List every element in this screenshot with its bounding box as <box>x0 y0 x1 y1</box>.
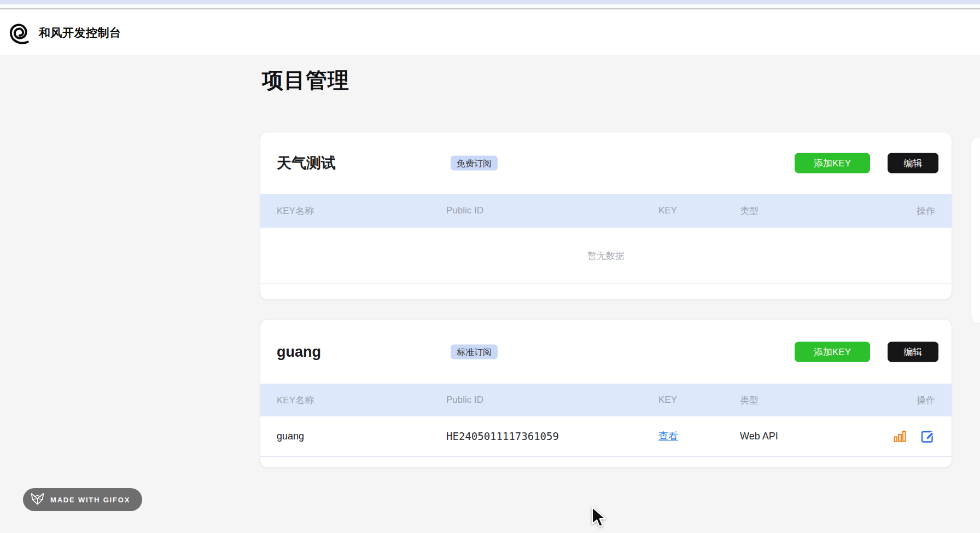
app-header: 和风开发控制台 <box>0 10 980 55</box>
column-header-public-id: Public ID <box>446 205 658 216</box>
browser-toolbar-strip <box>0 4 980 9</box>
column-header-key-name: KEY名称 <box>277 205 446 217</box>
made-with-gifox-badge[interactable]: MADE WITH GIFOX <box>23 488 142 511</box>
column-header-key: KEY <box>658 395 740 405</box>
key-table-header: KEY名称 Public ID KEY 类型 操作 <box>260 194 952 228</box>
add-key-button[interactable]: 添加KEY <box>795 153 870 173</box>
column-header-key-name: KEY名称 <box>277 394 446 407</box>
column-header-actions: 操作 <box>849 205 935 217</box>
column-header-key: KEY <box>658 205 740 216</box>
column-header-type: 类型 <box>740 205 849 217</box>
view-key-link[interactable]: 查看 <box>658 431 678 442</box>
app-title: 和风开发控制台 <box>39 25 121 40</box>
column-header-public-id: Public ID <box>446 395 658 405</box>
gifox-badge-label: MADE WITH GIFOX <box>50 496 130 504</box>
qweather-swirl-logo-icon[interactable] <box>7 21 30 44</box>
table-row: guang HE2405011117361059 查看 Web API <box>260 416 952 456</box>
gifox-fox-icon <box>30 493 45 507</box>
edit-key-icon[interactable] <box>920 428 935 444</box>
card-footer <box>260 283 952 300</box>
empty-state-text: 暂无数据 <box>260 228 952 283</box>
card-footer <box>260 456 952 468</box>
edit-project-button[interactable]: 编辑 <box>888 341 938 362</box>
column-header-type: 类型 <box>740 394 849 407</box>
mouse-cursor <box>591 506 606 530</box>
browser-top-strip <box>0 0 980 4</box>
project-card-header: guang 标准订阅 添加KEY 编辑 <box>260 320 952 384</box>
project-card-header: 天气测试 免费订阅 添加KEY 编辑 <box>260 132 952 194</box>
project-card-guang: guang 标准订阅 添加KEY 编辑 KEY名称 Public ID KEY … <box>260 319 952 468</box>
key-name-cell: guang <box>277 431 446 442</box>
project-name: 天气测试 <box>277 153 336 173</box>
edit-project-button[interactable]: 编辑 <box>888 153 938 173</box>
stats-bar-chart-icon[interactable] <box>892 428 908 444</box>
project-name: guang <box>277 343 321 360</box>
key-type-cell: Web API <box>740 431 849 442</box>
public-id-cell: HE2405011117361059 <box>446 430 658 442</box>
subscription-badge: 免费订阅 <box>451 156 498 171</box>
column-header-actions: 操作 <box>849 394 935 407</box>
page-title: 项目管理 <box>262 66 349 95</box>
subscription-badge: 标准订阅 <box>451 344 498 359</box>
key-table-header: KEY名称 Public ID KEY 类型 操作 <box>260 384 952 416</box>
project-card-tianqiceshi: 天气测试 免费订阅 添加KEY 编辑 KEY名称 Public ID KEY 类… <box>260 132 952 300</box>
partial-card-right-edge <box>971 137 980 324</box>
add-key-button[interactable]: 添加KEY <box>795 341 870 362</box>
